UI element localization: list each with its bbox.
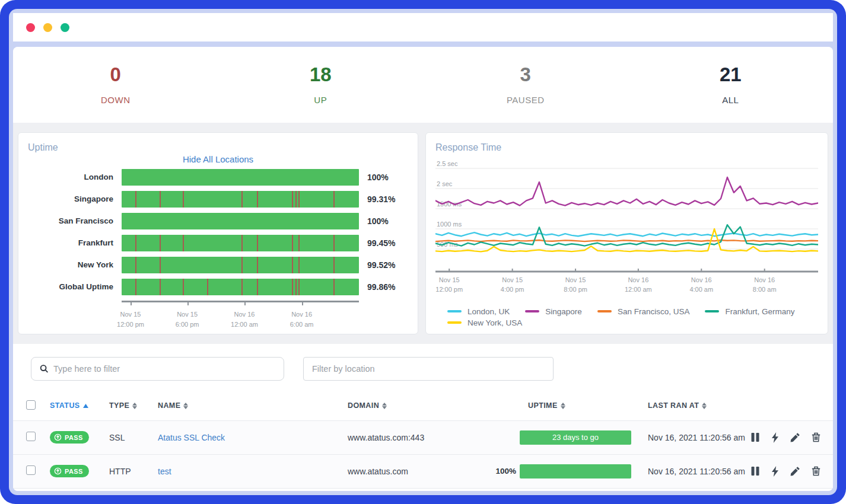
monitor-name-link[interactable]: Atatus SSL Check: [158, 433, 225, 442]
column-header-type[interactable]: TYPE: [109, 401, 158, 410]
svg-text:8:00 pm: 8:00 pm: [564, 286, 587, 293]
uptime-bar[interactable]: [122, 191, 359, 208]
sort-both-icon: [382, 403, 387, 409]
row-checkbox[interactable]: [26, 465, 36, 475]
trash-icon: [812, 432, 820, 442]
window-inner-frame: 0 DOWN 18 UP 3 PAUSED 21 ALL: [9, 9, 837, 495]
search-input[interactable]: [53, 364, 275, 374]
uptime-bar[interactable]: [122, 213, 359, 229]
legend-item[interactable]: New York, USA: [447, 318, 522, 327]
uptime-bar[interactable]: [122, 279, 359, 295]
sort-both-icon: [183, 403, 188, 409]
sort-both-icon: [561, 403, 565, 409]
axis-tick-label: Nov 156:00 pm: [176, 310, 199, 330]
downtime-incident-tick: [135, 257, 136, 273]
legend-item[interactable]: London, UK: [447, 307, 510, 316]
column-header-domain[interactable]: DOMAIN: [336, 401, 491, 410]
legend-item[interactable]: Singapore: [525, 307, 582, 316]
run-now-button[interactable]: [770, 431, 780, 444]
pause-button[interactable]: [749, 465, 761, 478]
stat-paused-value: 3: [423, 62, 628, 88]
svg-text:Nov 15: Nov 15: [439, 276, 460, 283]
downtime-incident-tick: [241, 257, 243, 273]
uptime-chart-row: London100%: [28, 169, 408, 186]
uptime-percent-label: 100%: [491, 467, 520, 476]
edit-button[interactable]: [789, 431, 802, 444]
last-ran-cell: Nov 16, 2021 11:20:56 am: [640, 467, 749, 476]
row-checkbox[interactable]: [26, 432, 36, 441]
uptime-bar-text: 23 days to go: [552, 433, 599, 442]
status-badge-label: PASS: [65, 434, 83, 441]
column-header-uptime[interactable]: UPTIME: [491, 401, 640, 410]
window-close-dot[interactable]: [26, 23, 35, 32]
svg-text:12:00 am: 12:00 am: [625, 286, 652, 293]
type-cell: HTTP: [109, 467, 158, 476]
stat-up-label: UP: [218, 95, 424, 105]
stat-all-value: 21: [628, 62, 834, 88]
delete-button[interactable]: [810, 465, 822, 478]
last-ran-cell: Nov 16, 2021 11:20:56 am: [640, 433, 749, 442]
uptime-bar[interactable]: [122, 257, 359, 273]
downtime-incident-tick: [183, 191, 184, 208]
uptime-percentage-value: 99.52%: [359, 260, 395, 270]
hide-all-locations-link[interactable]: Hide All Locations: [28, 154, 408, 164]
stat-down[interactable]: 0 DOWN: [13, 62, 218, 105]
uptime-location-label: Frankfurt: [28, 238, 122, 247]
text-filter-box: [31, 357, 284, 381]
search-icon: [40, 364, 49, 374]
downtime-incident-tick: [298, 191, 300, 208]
downtime-incident-tick: [298, 279, 300, 295]
svg-text:2.5 sec: 2.5 sec: [437, 160, 458, 167]
monitor-name-link[interactable]: test: [158, 467, 171, 476]
legend-label: Frankfurt, Germany: [725, 307, 794, 316]
svg-text:Nov 15: Nov 15: [502, 276, 523, 283]
table-row: PASS HTTP test www.atatus.com 100% Nov 1…: [13, 455, 833, 489]
legend-swatch: [447, 310, 462, 312]
downtime-incident-tick: [295, 279, 297, 295]
series-line: [435, 177, 818, 206]
pause-button[interactable]: [749, 431, 761, 444]
uptime-location-label: New York: [28, 260, 122, 269]
uptime-location-label: Global Uptime: [28, 282, 122, 291]
column-header-last-ran[interactable]: LAST RAN AT: [640, 401, 749, 410]
delete-button[interactable]: [810, 431, 822, 444]
downtime-incident-tick: [333, 257, 335, 273]
edit-button[interactable]: [789, 465, 802, 478]
row-actions: [749, 465, 833, 478]
uptime-bar[interactable]: [122, 235, 359, 251]
response-panel-title: Response Time: [435, 142, 818, 153]
axis-tick-label: Nov 1612:00 am: [231, 310, 258, 330]
uptime-percentage-value: 99.45%: [359, 238, 395, 248]
uptime-x-axis: Nov 1512:00 pmNov 156:00 pmNov 1612:00 a…: [122, 301, 359, 333]
uptime-chart-row: San Francisco100%: [28, 213, 408, 229]
sort-both-icon: [702, 403, 707, 409]
uptime-cell: 23 days to go: [491, 430, 640, 445]
downtime-incident-tick: [183, 279, 184, 295]
select-all-checkbox[interactable]: [26, 400, 36, 410]
status-badge: PASS: [50, 431, 89, 444]
legend-item[interactable]: Frankfurt, Germany: [705, 307, 794, 316]
sort-asc-icon: [83, 404, 88, 408]
location-filter-input[interactable]: [312, 364, 545, 374]
uptime-chart-row: Singapore99.31%: [28, 191, 408, 208]
downtime-incident-tick: [298, 235, 300, 251]
uptime-bar[interactable]: [122, 169, 359, 186]
legend-swatch: [447, 321, 462, 324]
svg-text:Nov 16: Nov 16: [754, 276, 775, 283]
pencil-icon: [790, 466, 800, 476]
uptime-panel-title: Uptime: [28, 142, 408, 153]
downtime-incident-tick: [333, 279, 335, 295]
window-maximize-dot[interactable]: [61, 23, 69, 32]
stat-paused[interactable]: 3 PAUSED: [423, 62, 628, 105]
stat-up[interactable]: 18 UP: [218, 62, 424, 105]
column-header-name[interactable]: NAME: [158, 401, 336, 410]
svg-text:12:00 pm: 12:00 pm: [435, 286, 463, 293]
column-header-status[interactable]: STATUS: [50, 401, 109, 410]
legend-label: San Francisco, USA: [618, 307, 690, 316]
run-now-button[interactable]: [770, 465, 780, 478]
uptime-location-label: London: [28, 173, 122, 181]
downtime-incident-tick: [292, 235, 293, 251]
window-minimize-dot[interactable]: [43, 23, 52, 32]
stat-all[interactable]: 21 ALL: [628, 62, 834, 105]
legend-item[interactable]: San Francisco, USA: [597, 307, 690, 316]
